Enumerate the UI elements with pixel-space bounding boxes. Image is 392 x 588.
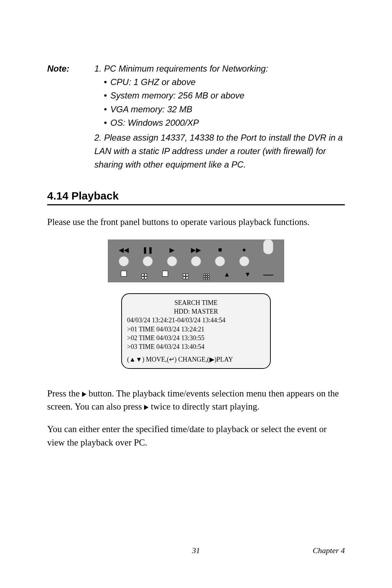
play-icon: ▶	[163, 246, 181, 254]
osd-entry-2: >02 TIME 04/03/24 13:30:55	[127, 334, 265, 342]
note-item-2: 2. Please assign 14337, 14338 to the Por…	[94, 131, 345, 172]
panel-row-view: ▲ ▼	[114, 269, 278, 281]
note-bullet-vga: VGA memory: 32 MB	[104, 102, 345, 116]
view-multi-icon	[176, 270, 195, 279]
front-panel-graphic: ◀◀ ❚❚ ▶ ▶▶ ■ ●	[108, 239, 284, 282]
p2-part-a: Press the	[47, 388, 82, 398]
play-triangle-icon	[144, 405, 148, 410]
page-footer: 31 Chapter 4	[0, 546, 392, 555]
note-label: Note:	[47, 62, 94, 172]
button-circle	[138, 256, 157, 268]
osd-screen-graphic: SEARCH TIME HDD: MASTER 04/03/24 13:24:2…	[121, 293, 271, 369]
stop-icon: ■	[211, 246, 229, 254]
button-circle	[187, 256, 205, 268]
button-circle	[163, 256, 181, 268]
osd-range: 04/03/24 13:24:21-04/03/24 13:44:54	[127, 316, 265, 325]
note-bullet-os: OS: Windows 2000/XP	[104, 116, 345, 129]
up-icon: ▲	[217, 271, 236, 278]
panel-row-icons: ◀◀ ❚❚ ▶ ▶▶ ■ ●	[114, 244, 278, 256]
osd-entry-3: >03 TIME 04/03/24 13:40:54	[127, 342, 265, 351]
osd-entry-1: >01 TIME 04/03/24 13:24:21	[127, 325, 265, 334]
dash-icon	[259, 271, 278, 278]
enter-button-graphic	[259, 241, 278, 258]
view-grid-icon	[197, 270, 216, 280]
record-icon: ●	[235, 246, 254, 254]
note-body: 1. PC Minimum requirements for Networkin…	[94, 62, 345, 172]
section-heading: 4.14 Playback	[47, 190, 345, 202]
play-triangle-icon	[82, 392, 86, 397]
osd-hint: (▲▼) MOVE,(↵) CHANGE,(▶)PLAY	[127, 355, 265, 364]
ffwd-icon: ▶▶	[187, 246, 205, 254]
note-bullet-memory: System memory: 256 MB or above	[104, 89, 345, 102]
pause-icon: ❚❚	[138, 246, 157, 254]
page-number: 31	[47, 546, 345, 555]
p2-part-c: twice to directly start playing.	[151, 402, 260, 411]
chapter-label: Chapter 4	[313, 546, 345, 555]
section-rule	[47, 204, 345, 205]
paragraph-press-play: Press the button. The playback time/even…	[47, 387, 345, 414]
page: Note: 1. PC Minimum requirements for Net…	[0, 0, 392, 588]
osd-title: SEARCH TIME	[127, 298, 265, 307]
note-bullet-list: CPU: 1 GHZ or above System memory: 256 M…	[94, 75, 345, 129]
button-circle	[114, 256, 133, 268]
note-item-1-lead: 1. PC Minimum requirements for Networkin…	[94, 62, 345, 75]
note-block: Note: 1. PC Minimum requirements for Net…	[47, 62, 345, 172]
rewind-icon: ◀◀	[114, 246, 133, 254]
down-icon: ▼	[238, 271, 257, 278]
osd-hdd: HDD: MASTER	[127, 307, 265, 316]
view-quad-icon	[135, 270, 154, 279]
note-bullet-cpu: CPU: 1 GHZ or above	[104, 75, 345, 89]
paragraph-intro: Please use the front panel buttons to op…	[47, 216, 345, 229]
button-circle	[211, 256, 229, 268]
view-single2-icon	[156, 271, 175, 278]
paragraph-options: You can either enter the specified time/…	[47, 423, 345, 449]
panel-row-buttons	[114, 256, 278, 269]
view-single-icon	[114, 271, 133, 278]
button-circle	[235, 256, 254, 268]
figure-wrap: ◀◀ ❚❚ ▶ ▶▶ ■ ●	[47, 239, 345, 369]
